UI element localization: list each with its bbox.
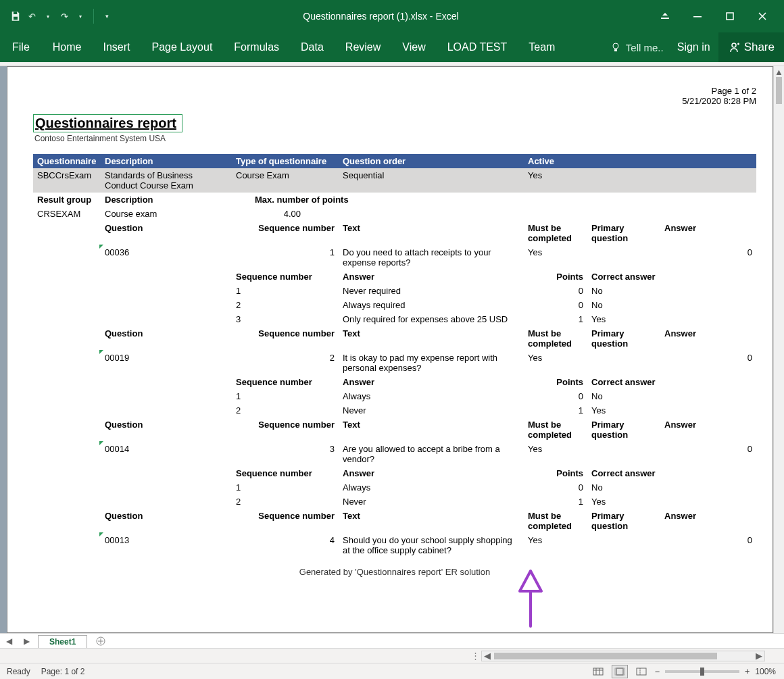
status-bar: Ready Page: 1 of 2 − + 100% <box>0 663 784 679</box>
svg-rect-1 <box>14 17 18 20</box>
svg-rect-3 <box>693 16 702 18</box>
zoom-level[interactable]: 100% <box>755 667 776 676</box>
question-header-row: QuestionSequence number TextMust be comp… <box>33 509 756 533</box>
answer-row: 1Never required 0No <box>33 284 756 298</box>
answer-header-row: Sequence numberAnswer PointsCorrect answ… <box>33 270 756 284</box>
svg-rect-11 <box>615 668 616 675</box>
scrollbar-thumb[interactable] <box>494 653 717 659</box>
minimize-button[interactable] <box>681 0 714 32</box>
close-button[interactable] <box>746 0 779 32</box>
tab-view[interactable]: View <box>391 32 436 62</box>
answer-row: 1Always 0No <box>33 480 756 495</box>
lightbulb-icon <box>610 41 622 53</box>
answer-row: 2Never 1Yes <box>33 403 756 418</box>
report-table: Questionnaire Description Type of questi… <box>33 154 756 557</box>
answer-row: 3Only required for expenses above 25 USD… <box>33 312 756 326</box>
maximize-button[interactable] <box>714 0 746 32</box>
question-row: 000192 It is okay to pad my expense repo… <box>33 351 756 375</box>
vertical-scrollbar[interactable]: ▲ <box>773 66 784 633</box>
sheet-tab[interactable]: Sheet1 <box>38 635 87 648</box>
svg-rect-0 <box>14 11 17 14</box>
ribbon-options-icon[interactable] <box>649 0 681 32</box>
question-row: 000134 Should you do your school supply … <box>33 533 756 557</box>
scroll-left-icon[interactable]: ◀ <box>482 651 493 661</box>
answer-header-row: Sequence numberAnswer PointsCorrect answ… <box>33 375 756 389</box>
print-page: Page 1 of 2 5/21/2020 8:28 PM Questionna… <box>7 67 773 584</box>
question-row: 000361 Do you need to attach receipts to… <box>33 245 756 270</box>
status-page: Page: 1 of 2 <box>41 667 85 676</box>
svg-rect-12 <box>623 668 624 675</box>
sheet-nav-next[interactable]: ▶ <box>18 634 35 649</box>
share-button[interactable]: Share <box>718 32 784 62</box>
save-icon[interactable] <box>9 10 22 22</box>
questionnaire-row: SBCCrsExam Standards of Business Conduct… <box>33 168 756 193</box>
svg-rect-6 <box>614 49 617 51</box>
answer-row: 2Always required 0No <box>33 298 756 312</box>
result-group-header: Result group Description Max. number of … <box>33 193 756 207</box>
qat-dropdown-icon[interactable]: ▾ <box>101 10 113 22</box>
svg-point-7 <box>732 43 736 47</box>
question-header-row: QuestionSequence number TextMust be comp… <box>33 221 756 245</box>
redo-more-icon[interactable]: ▾ <box>74 10 87 22</box>
svg-point-5 <box>613 43 618 49</box>
svg-rect-13 <box>637 668 646 675</box>
tab-review[interactable]: Review <box>335 32 391 62</box>
tab-split-handle[interactable]: ⋮ <box>473 651 477 661</box>
question-header-row: QuestionSequence number TextMust be comp… <box>33 418 756 442</box>
tab-page-layout[interactable]: Page Layout <box>141 32 223 62</box>
svg-rect-2 <box>661 18 669 19</box>
zoom-in-button[interactable]: + <box>745 667 750 676</box>
svg-rect-9 <box>593 668 603 675</box>
tab-team[interactable]: Team <box>518 32 566 62</box>
sheet-tab-bar: ◀ ▶ Sheet1 <box>0 633 784 648</box>
normal-view-button[interactable] <box>590 665 606 678</box>
answer-row: 1Always 0No <box>33 389 756 403</box>
share-icon <box>728 41 740 53</box>
tab-file[interactable]: File <box>0 32 42 62</box>
scroll-right-icon[interactable]: ▶ <box>754 651 764 661</box>
page-number: Page 1 of 2 <box>33 86 756 96</box>
redo-icon[interactable]: ↷ <box>58 10 70 22</box>
svg-rect-10 <box>616 668 623 675</box>
answer-header-row: Sequence numberAnswer PointsCorrect answ… <box>33 466 756 480</box>
page-break-view-button[interactable] <box>633 665 650 678</box>
table-header-row: Questionnaire Description Type of questi… <box>33 154 756 168</box>
horizontal-scroll-row: ⋮ ◀ ▶ <box>0 648 784 663</box>
question-header-row: QuestionSequence number TextMust be comp… <box>33 326 756 351</box>
undo-more-icon[interactable]: ▾ <box>42 10 54 22</box>
question-row: 000143 Are you allowed to accept a bribe… <box>33 442 756 466</box>
page-datetime: 5/21/2020 8:28 PM <box>33 96 756 106</box>
undo-icon[interactable]: ↶ <box>26 10 38 22</box>
new-sheet-button[interactable] <box>93 634 109 649</box>
tab-formulas[interactable]: Formulas <box>223 32 290 62</box>
result-group-row: CRSEXAM Course exam 4.00 <box>33 207 756 221</box>
horizontal-scrollbar[interactable]: ◀ ▶ <box>481 651 765 661</box>
status-ready: Ready <box>7 667 30 676</box>
tell-me-search[interactable]: Tell me.. <box>604 41 669 53</box>
report-subtitle: Contoso Entertainment System USA <box>34 134 756 143</box>
window-title: Questionnaires report (1).xlsx - Excel <box>113 11 649 22</box>
report-title: Questionnaires report <box>33 114 182 132</box>
zoom-out-button[interactable]: − <box>655 667 660 676</box>
tab-load-test[interactable]: LOAD TEST <box>437 32 518 62</box>
tab-home[interactable]: Home <box>42 32 93 62</box>
tab-data[interactable]: Data <box>290 32 335 62</box>
zoom-slider[interactable] <box>665 670 739 673</box>
tab-insert[interactable]: Insert <box>92 32 141 62</box>
sheet-nav-prev[interactable]: ◀ <box>0 634 18 649</box>
page-viewport[interactable]: Page 1 of 2 5/21/2020 8:28 PM Questionna… <box>7 66 773 633</box>
sign-in-button[interactable]: Sign in <box>669 41 718 53</box>
scroll-up-icon[interactable]: ▲ <box>774 66 784 77</box>
svg-rect-4 <box>727 13 733 20</box>
scrollbar-thumb[interactable] <box>776 77 782 104</box>
answer-row: 2Never 1Yes <box>33 495 756 509</box>
generated-by-footer: Generated by 'Questionnaires report' ER … <box>33 567 756 577</box>
page-layout-view-button[interactable] <box>612 665 628 678</box>
